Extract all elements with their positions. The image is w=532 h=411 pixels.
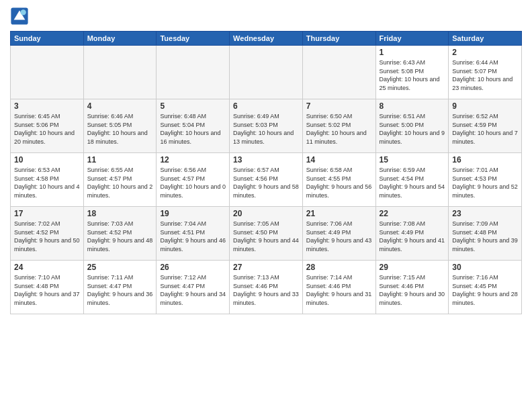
header-row: Sunday Monday Tuesday Wednesday Thursday… xyxy=(11,32,522,46)
day-info: Sunrise: 7:01 AMSunset: 4:53 PMDaylight:… xyxy=(452,166,518,199)
calendar-cell: 12Sunrise: 6:56 AMSunset: 4:57 PMDayligh… xyxy=(157,153,230,207)
header xyxy=(10,7,522,26)
calendar-cell: 7Sunrise: 6:50 AMSunset: 5:02 PMDaylight… xyxy=(302,99,375,153)
day-number: 8 xyxy=(380,101,445,111)
logo xyxy=(10,7,32,26)
calendar-cell: 19Sunrise: 7:04 AMSunset: 4:51 PMDayligh… xyxy=(157,207,230,261)
day-number: 18 xyxy=(87,209,153,218)
day-info: Sunrise: 6:56 AMSunset: 4:57 PMDaylight:… xyxy=(160,166,226,199)
day-info: Sunrise: 6:43 AMSunset: 5:08 PMDaylight:… xyxy=(380,58,445,92)
day-info: Sunrise: 7:16 AMSunset: 4:45 PMDaylight:… xyxy=(452,273,518,307)
week-row-2: 10Sunrise: 6:53 AMSunset: 4:58 PMDayligh… xyxy=(11,153,522,207)
day-info: Sunrise: 7:14 AMSunset: 4:46 PMDaylight:… xyxy=(306,273,372,307)
page: Sunday Monday Tuesday Wednesday Thursday… xyxy=(0,0,532,411)
calendar-cell xyxy=(83,46,157,99)
calendar-cell: 28Sunrise: 7:14 AMSunset: 4:46 PMDayligh… xyxy=(302,261,375,314)
day-info: Sunrise: 6:45 AMSunset: 5:06 PMDaylight:… xyxy=(14,112,80,146)
day-number: 24 xyxy=(14,263,80,272)
day-info: Sunrise: 7:13 AMSunset: 4:46 PMDaylight:… xyxy=(233,273,299,307)
day-number: 11 xyxy=(87,155,153,165)
day-number: 6 xyxy=(233,101,299,111)
calendar-cell: 15Sunrise: 6:59 AMSunset: 4:54 PMDayligh… xyxy=(375,153,449,207)
day-number: 5 xyxy=(160,101,226,111)
day-number: 7 xyxy=(306,101,372,111)
calendar-cell: 27Sunrise: 7:13 AMSunset: 4:46 PMDayligh… xyxy=(230,261,303,314)
calendar-cell: 26Sunrise: 7:12 AMSunset: 4:47 PMDayligh… xyxy=(157,261,230,314)
col-tuesday: Tuesday xyxy=(157,32,230,46)
calendar-cell: 25Sunrise: 7:11 AMSunset: 4:47 PMDayligh… xyxy=(83,261,157,314)
calendar-cell: 6Sunrise: 6:49 AMSunset: 5:03 PMDaylight… xyxy=(230,99,303,153)
calendar-cell xyxy=(11,46,84,99)
col-sunday: Sunday xyxy=(11,32,84,46)
calendar-cell: 13Sunrise: 6:57 AMSunset: 4:56 PMDayligh… xyxy=(230,153,303,207)
calendar-cell: 9Sunrise: 6:52 AMSunset: 4:59 PMDaylight… xyxy=(449,99,522,153)
day-info: Sunrise: 7:12 AMSunset: 4:47 PMDaylight:… xyxy=(160,273,226,307)
calendar-cell: 21Sunrise: 7:06 AMSunset: 4:49 PMDayligh… xyxy=(302,207,375,261)
calendar-cell: 30Sunrise: 7:16 AMSunset: 4:45 PMDayligh… xyxy=(449,261,522,314)
day-info: Sunrise: 7:06 AMSunset: 4:49 PMDaylight:… xyxy=(306,220,372,253)
day-number: 22 xyxy=(380,209,445,218)
day-info: Sunrise: 7:04 AMSunset: 4:51 PMDaylight:… xyxy=(160,220,226,253)
calendar-cell: 24Sunrise: 7:10 AMSunset: 4:48 PMDayligh… xyxy=(11,261,84,314)
day-number: 9 xyxy=(452,101,518,111)
week-row-3: 17Sunrise: 7:02 AMSunset: 4:52 PMDayligh… xyxy=(11,207,522,261)
calendar-cell: 22Sunrise: 7:08 AMSunset: 4:49 PMDayligh… xyxy=(375,207,449,261)
day-info: Sunrise: 7:15 AMSunset: 4:46 PMDaylight:… xyxy=(380,273,445,307)
week-row-0: 1Sunrise: 6:43 AMSunset: 5:08 PMDaylight… xyxy=(11,46,522,99)
calendar-table: Sunday Monday Tuesday Wednesday Thursday… xyxy=(10,31,522,314)
calendar-cell: 18Sunrise: 7:03 AMSunset: 4:52 PMDayligh… xyxy=(83,207,157,261)
day-info: Sunrise: 6:48 AMSunset: 5:04 PMDaylight:… xyxy=(160,112,226,146)
day-number: 19 xyxy=(160,209,226,218)
week-row-1: 3Sunrise: 6:45 AMSunset: 5:06 PMDaylight… xyxy=(11,99,522,153)
col-wednesday: Wednesday xyxy=(230,32,303,46)
day-number: 16 xyxy=(452,155,518,165)
calendar-cell: 5Sunrise: 6:48 AMSunset: 5:04 PMDaylight… xyxy=(157,99,230,153)
day-number: 10 xyxy=(14,155,80,165)
day-info: Sunrise: 7:11 AMSunset: 4:47 PMDaylight:… xyxy=(87,273,153,307)
day-info: Sunrise: 6:46 AMSunset: 5:05 PMDaylight:… xyxy=(87,112,153,146)
calendar-cell: 16Sunrise: 7:01 AMSunset: 4:53 PMDayligh… xyxy=(449,153,522,207)
day-number: 25 xyxy=(87,263,153,272)
day-info: Sunrise: 7:05 AMSunset: 4:50 PMDaylight:… xyxy=(233,220,299,253)
calendar-cell: 2Sunrise: 6:44 AMSunset: 5:07 PMDaylight… xyxy=(449,46,522,99)
day-info: Sunrise: 6:52 AMSunset: 4:59 PMDaylight:… xyxy=(452,112,518,146)
day-number: 26 xyxy=(160,263,226,272)
day-number: 3 xyxy=(14,101,80,111)
col-thursday: Thursday xyxy=(302,32,375,46)
day-number: 12 xyxy=(160,155,226,165)
day-number: 1 xyxy=(380,48,445,57)
week-row-4: 24Sunrise: 7:10 AMSunset: 4:48 PMDayligh… xyxy=(11,261,522,314)
day-info: Sunrise: 6:58 AMSunset: 4:55 PMDaylight:… xyxy=(306,166,372,199)
day-info: Sunrise: 6:50 AMSunset: 5:02 PMDaylight:… xyxy=(306,112,372,146)
day-number: 17 xyxy=(14,209,80,218)
col-friday: Friday xyxy=(375,32,449,46)
day-info: Sunrise: 7:02 AMSunset: 4:52 PMDaylight:… xyxy=(14,220,80,253)
day-number: 27 xyxy=(233,263,299,272)
day-number: 14 xyxy=(306,155,372,165)
day-info: Sunrise: 7:03 AMSunset: 4:52 PMDaylight:… xyxy=(87,220,153,253)
day-number: 23 xyxy=(452,209,518,218)
day-number: 4 xyxy=(87,101,153,111)
calendar-cell: 20Sunrise: 7:05 AMSunset: 4:50 PMDayligh… xyxy=(230,207,303,261)
calendar-cell: 4Sunrise: 6:46 AMSunset: 5:05 PMDaylight… xyxy=(83,99,157,153)
calendar-cell xyxy=(302,46,375,99)
day-info: Sunrise: 6:57 AMSunset: 4:56 PMDaylight:… xyxy=(233,166,299,199)
day-info: Sunrise: 7:08 AMSunset: 4:49 PMDaylight:… xyxy=(380,220,445,253)
col-saturday: Saturday xyxy=(449,32,522,46)
calendar-cell: 1Sunrise: 6:43 AMSunset: 5:08 PMDaylight… xyxy=(375,46,449,99)
day-number: 2 xyxy=(452,48,518,57)
calendar-cell: 11Sunrise: 6:55 AMSunset: 4:57 PMDayligh… xyxy=(83,153,157,207)
day-info: Sunrise: 6:53 AMSunset: 4:58 PMDaylight:… xyxy=(14,166,80,199)
day-info: Sunrise: 6:59 AMSunset: 4:54 PMDaylight:… xyxy=(380,166,445,199)
day-info: Sunrise: 6:51 AMSunset: 5:00 PMDaylight:… xyxy=(380,112,445,146)
calendar-cell xyxy=(157,46,230,99)
logo-icon xyxy=(10,7,29,26)
day-number: 21 xyxy=(306,209,372,218)
calendar-cell: 8Sunrise: 6:51 AMSunset: 5:00 PMDaylight… xyxy=(375,99,449,153)
day-number: 20 xyxy=(233,209,299,218)
calendar-cell xyxy=(230,46,303,99)
day-number: 15 xyxy=(380,155,445,165)
calendar-cell: 17Sunrise: 7:02 AMSunset: 4:52 PMDayligh… xyxy=(11,207,84,261)
calendar-cell: 29Sunrise: 7:15 AMSunset: 4:46 PMDayligh… xyxy=(375,261,449,314)
day-info: Sunrise: 6:55 AMSunset: 4:57 PMDaylight:… xyxy=(87,166,153,199)
